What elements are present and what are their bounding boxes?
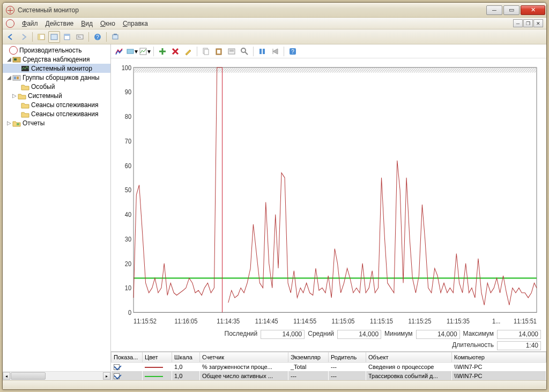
- menu-window[interactable]: Окно: [100, 20, 115, 27]
- expander-icon[interactable]: ◢: [6, 74, 12, 80]
- col-object[interactable]: Объект: [366, 352, 452, 362]
- last-label: Последний: [225, 330, 258, 339]
- svg-rect-19: [127, 49, 133, 54]
- mdi-close-button[interactable]: ✕: [533, 19, 543, 27]
- status-bar: [3, 380, 546, 389]
- mdi-minimize-button[interactable]: ─: [513, 19, 523, 27]
- svg-rect-11: [114, 34, 117, 35]
- refresh-button[interactable]: [109, 31, 121, 43]
- col-scale[interactable]: Шкала: [172, 352, 200, 362]
- col-color[interactable]: Цвет: [143, 352, 172, 362]
- navigation-tree-pane: Производительность ◢ Средства наблюдения…: [3, 44, 111, 380]
- view-report-button[interactable]: ▾: [139, 46, 151, 57]
- counter-table[interactable]: Показа... Цвет Шкала Счетчик Экземпляр Р…: [111, 351, 546, 381]
- view-chart-button[interactable]: [113, 46, 125, 57]
- tree-monitoring[interactable]: Средства наблюдения: [23, 56, 90, 63]
- forward-button[interactable]: [18, 31, 29, 43]
- tree-h-scrollbar[interactable]: ◂ ▸: [3, 371, 110, 380]
- tree-collectors[interactable]: Группы сборщиков данны: [23, 74, 99, 81]
- scroll-right-button[interactable]: ▸: [103, 372, 110, 380]
- table-header-row[interactable]: Показа... Цвет Шкала Счетчик Экземпляр Р…: [112, 352, 546, 362]
- min-value: 14,000: [416, 330, 460, 339]
- scrollbar-thumb[interactable]: [11, 372, 46, 380]
- menu-help[interactable]: Справка: [123, 20, 148, 27]
- svg-rect-30: [259, 49, 262, 54]
- menu-file[interactable]: Файл: [22, 20, 38, 27]
- update-button[interactable]: [269, 46, 281, 57]
- tree-reports[interactable]: Отчеты: [23, 119, 44, 127]
- svg-text:40: 40: [125, 210, 132, 218]
- table-row[interactable]: 1,0 Общее число активных ... --- --- Тра…: [112, 371, 546, 380]
- svg-text:0: 0: [128, 308, 131, 316]
- menu-action[interactable]: Действие: [46, 20, 74, 27]
- highlight-button[interactable]: [182, 46, 194, 57]
- tree-system[interactable]: Системный: [28, 92, 62, 100]
- navigation-tree[interactable]: Производительность ◢ Средства наблюдения…: [3, 44, 110, 371]
- properties-button[interactable]: [74, 31, 86, 43]
- cell-instance: ---: [288, 371, 329, 380]
- svg-rect-18: [17, 123, 19, 125]
- title-bar[interactable]: Системный монитор ─ ▭ ✕: [3, 3, 546, 18]
- chart-toolbar: ▾ ▾ ?: [111, 44, 546, 58]
- close-button[interactable]: ✕: [521, 5, 545, 15]
- freeze-button[interactable]: [256, 46, 268, 57]
- menu-view[interactable]: Вид: [81, 20, 93, 27]
- svg-text:11:15:25: 11:15:25: [408, 318, 431, 326]
- tree-sessions-1[interactable]: Сеансы отслеживания: [31, 101, 98, 109]
- view-histogram-button[interactable]: ▾: [126, 46, 138, 57]
- add-counter-button[interactable]: [157, 46, 168, 57]
- tree-root[interactable]: Производительность: [19, 47, 81, 54]
- tree-sessions-2[interactable]: Сеансы отслеживания: [31, 110, 98, 118]
- svg-rect-35: [133, 67, 537, 72]
- svg-rect-26: [229, 50, 234, 50]
- chart-help-button[interactable]: ?: [287, 46, 299, 57]
- cell-scale: 1,0: [172, 371, 200, 380]
- svg-point-28: [241, 48, 246, 52]
- unknown-tool-1[interactable]: [48, 31, 60, 43]
- col-counter[interactable]: Счетчик: [200, 352, 288, 362]
- menu-app-icon: [6, 19, 14, 28]
- expander-icon[interactable]: ▷: [11, 93, 17, 99]
- folder-icon: [21, 110, 29, 118]
- app-icon: [6, 6, 14, 14]
- col-parent[interactable]: Родитель: [329, 352, 366, 362]
- cell-object: Сведения о процессоре: [366, 362, 452, 371]
- show-hide-tree-button[interactable]: [35, 31, 47, 43]
- export-button[interactable]: [61, 31, 73, 43]
- minimize-button[interactable]: ─: [486, 5, 502, 15]
- remove-counter-button[interactable]: [169, 46, 181, 57]
- stats-row-2: Длительность 1:40: [111, 340, 546, 351]
- duration-label: Длительность: [452, 341, 494, 350]
- svg-rect-27: [229, 51, 234, 51]
- monitor-folder-icon: [12, 55, 21, 64]
- col-show[interactable]: Показа...: [112, 352, 143, 362]
- help-button[interactable]: ?: [92, 31, 103, 43]
- tree-system-monitor[interactable]: Системный монитор: [31, 65, 92, 72]
- table-row[interactable]: 1,0 % загруженности проце... _Total --- …: [112, 362, 546, 371]
- show-checkbox[interactable]: [114, 373, 120, 379]
- maximize-button[interactable]: ▭: [503, 5, 520, 15]
- zoom-button[interactable]: [239, 46, 250, 57]
- expander-icon[interactable]: ▷: [6, 120, 12, 126]
- svg-rect-17: [17, 77, 19, 79]
- performance-chart[interactable]: 010203040506070809010011:15:5211:16:0511…: [116, 64, 541, 328]
- max-value: 14,000: [497, 330, 541, 339]
- expander-icon[interactable]: ◢: [6, 56, 12, 62]
- svg-rect-31: [263, 49, 265, 54]
- collectors-icon: [12, 73, 21, 82]
- main-pane: ▾ ▾ ? 01: [111, 44, 546, 380]
- copy-button[interactable]: [200, 46, 212, 57]
- svg-rect-24: [217, 50, 220, 54]
- tree-custom[interactable]: Особый: [31, 83, 55, 91]
- main-toolbar: ?: [3, 29, 546, 44]
- show-checkbox[interactable]: [114, 364, 120, 370]
- svg-line-29: [245, 52, 248, 55]
- back-button[interactable]: [5, 31, 17, 43]
- scroll-left-button[interactable]: ◂: [3, 372, 10, 380]
- mdi-restore-button[interactable]: ❐: [523, 19, 533, 27]
- col-computer[interactable]: Компьютер: [452, 352, 546, 362]
- paste-button[interactable]: [213, 46, 225, 57]
- properties-button[interactable]: [226, 46, 238, 57]
- folder-icon: [18, 92, 26, 100]
- col-instance[interactable]: Экземпляр: [288, 352, 329, 362]
